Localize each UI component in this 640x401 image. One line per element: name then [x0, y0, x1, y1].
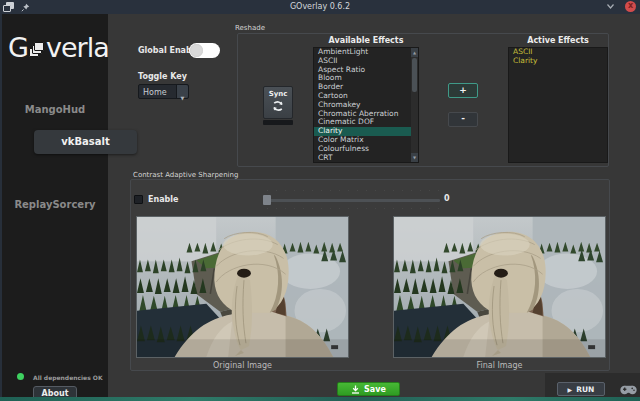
cas-group-label: Contrast Adaptive Sharpening	[133, 171, 238, 179]
refresh-icon	[271, 99, 285, 113]
cas-enable-label: Enable	[148, 195, 178, 204]
scroll-down-icon[interactable]: ▼	[411, 153, 418, 162]
original-image-label: Original Image	[136, 361, 349, 370]
effect-item[interactable]: Clarity	[509, 57, 607, 66]
dependency-status-text: All dependencies OK	[33, 374, 103, 381]
cas-slider-handle[interactable]	[263, 195, 271, 205]
scrollbar-thumb[interactable]	[412, 58, 417, 92]
original-image-preview	[136, 216, 349, 358]
active-effects-list[interactable]: ASCIIClarity	[508, 47, 608, 163]
remove-effect-button[interactable]: -	[448, 112, 478, 127]
witcher-scene-original	[137, 217, 348, 357]
sidebar-item-replaysorcery[interactable]: ReplaySorcery	[2, 199, 108, 210]
scrollbar[interactable]: ▲ ▼	[411, 48, 418, 162]
sidebar-item-vkbasalt[interactable]: vkBasalt	[34, 130, 137, 154]
effect-item[interactable]: CRT	[314, 154, 411, 163]
global-enable-toggle[interactable]	[189, 43, 220, 58]
available-effects-header: Available Effects	[313, 36, 419, 45]
window-title: GOverlay 0.6.2	[0, 2, 640, 11]
titlebar: GOverlay 0.6.2 x	[0, 0, 640, 14]
gamepad-icon	[620, 383, 637, 395]
sync-progress-bar	[263, 120, 293, 125]
save-button[interactable]: Save	[337, 382, 400, 396]
slider-ticks-bottom	[267, 208, 439, 209]
toggle-knob	[190, 44, 203, 57]
minimize-chevron-icon[interactable]	[607, 4, 614, 9]
final-image-label: Final Image	[393, 361, 606, 370]
final-image-preview	[393, 216, 606, 358]
sidebar: Gverlay MangoHud ReplaySorcery All depen…	[2, 14, 108, 397]
cas-enable-checkbox[interactable]	[134, 195, 143, 204]
reshade-group-label: Reshade	[235, 24, 265, 32]
run-button[interactable]: ▶ RUN	[557, 382, 605, 396]
witcher-scene-final	[394, 217, 605, 357]
save-button-label: Save	[364, 385, 386, 394]
app-logo: Gverlay	[8, 32, 124, 63]
chevron-down-icon: ▼	[181, 95, 185, 101]
download-icon	[351, 385, 360, 394]
sync-button-label: Sync	[264, 90, 292, 98]
desktop-edge-strip	[0, 397, 640, 401]
cas-slider-value: 0	[444, 194, 450, 203]
dependency-status-dot	[17, 373, 24, 380]
layers-icon	[29, 42, 45, 58]
slider-ticks-top	[267, 190, 439, 191]
logo-text-prefix: G	[8, 32, 28, 63]
add-effect-button[interactable]: +	[448, 83, 478, 98]
cas-slider-track[interactable]	[265, 199, 440, 202]
available-effects-list[interactable]: ▲ ▼ AmbientLightASCIIAspect RatioBloomBo…	[313, 47, 419, 163]
play-icon: ▶	[568, 386, 573, 393]
run-button-label: RUN	[576, 385, 594, 394]
dropdown-arrow-button[interactable]: ▼	[176, 85, 188, 98]
scroll-up-icon[interactable]: ▲	[411, 48, 418, 57]
toggle-key-dropdown[interactable]: Home ▼	[138, 84, 189, 99]
goverlay-window: GOverlay 0.6.2 x Gverlay MangoHud Replay…	[0, 0, 640, 401]
toggle-key-value: Home	[143, 88, 167, 97]
active-effects-header: Active Effects	[508, 36, 608, 45]
close-button[interactable]: x	[625, 1, 636, 12]
sync-button[interactable]: Sync	[263, 86, 293, 119]
sidebar-item-mangohud[interactable]: MangoHud	[2, 104, 108, 115]
toggle-key-label: Toggle Key	[138, 72, 187, 81]
